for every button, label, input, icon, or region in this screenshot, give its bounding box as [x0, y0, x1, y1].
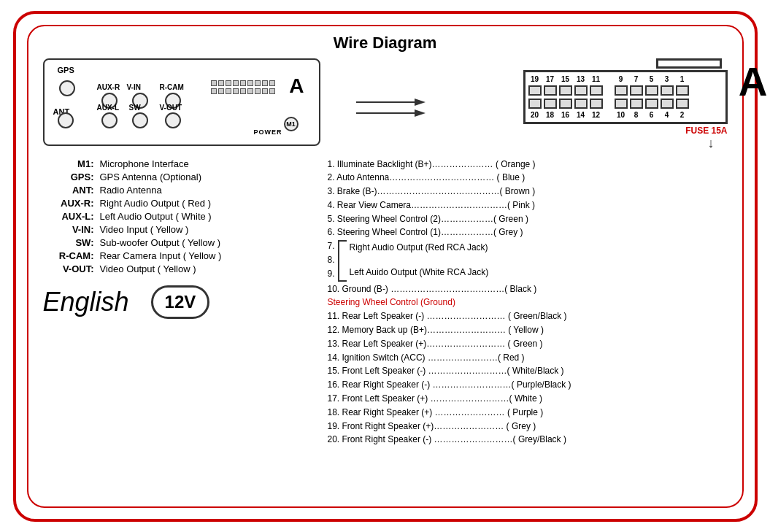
- wire-1: 1. Illuminate Backlight (B+)………………… ( Or…: [328, 158, 728, 171]
- wire-15: 15. Front Left Speaker (-) ………………………( Wh…: [328, 365, 728, 377]
- conn-num-2: 2: [676, 111, 689, 119]
- legend-item-auxl: AUX-L: Left Audio Output ( White ): [43, 211, 320, 222]
- device-box: GPS ANT AUX-R AUX-L V-IN SW R-CAM V-OUT: [43, 58, 320, 146]
- bottom-left: English 12V: [43, 285, 320, 319]
- gps-knob: [59, 80, 75, 96]
- legend-val-rcam: Rear Camera Input ( Yellow ): [100, 250, 222, 261]
- device-connector-block: [211, 80, 275, 94]
- legend-key-vout: V-OUT:: [43, 263, 94, 274]
- legend-key-rcam: R-CAM:: [43, 250, 94, 261]
- wire-4: 4. Rear View Camera……………………………( Pink ): [328, 199, 728, 212]
- conn-num-10: 10: [615, 111, 628, 119]
- legend-val-gps: GPS Antenna (Optional): [100, 171, 201, 182]
- arrow-svg: [356, 80, 444, 124]
- legend-item-sw: SW: Sub-woofer Output ( Yellow ): [43, 237, 320, 248]
- wire-8-label: 8.: [328, 254, 335, 266]
- wire-6: 6. Steering Wheel Control (1)………………( Gre…: [328, 226, 728, 239]
- legend-val-sw: Sub-woofer Output ( Yellow ): [100, 237, 220, 248]
- sw-knob: [132, 112, 148, 128]
- arrow-area: [320, 58, 480, 146]
- english-label: English: [43, 287, 129, 317]
- legend-item-gps: GPS: GPS Antenna (Optional): [43, 171, 320, 182]
- legend-key-sw: SW:: [43, 237, 94, 248]
- legend-key-vin: V-IN:: [43, 224, 94, 235]
- wire-17: 17. Front Left Speaker (+) ………………………( Wh…: [328, 393, 728, 405]
- conn-num-19: 19: [528, 75, 542, 83]
- wire-14: 14. Ignition Switch (ACC) ……………………( Red …: [328, 352, 728, 364]
- right-a-label: A: [739, 58, 768, 105]
- top-section: GPS ANT AUX-R AUX-L V-IN SW R-CAM V-OUT: [43, 58, 728, 151]
- auxl-knob: [101, 112, 118, 128]
- legend-item-vout: V-OUT: Video Output ( Yellow ): [43, 263, 320, 274]
- legend-item-vin: V-IN: Video Input ( Yellow ): [43, 224, 320, 235]
- conn-num-20: 20: [528, 111, 542, 119]
- wire-5: 5. Steering Wheel Control (2)………………( Gre…: [328, 213, 728, 225]
- wire-7-text: Right Audio Output (Red RCA Jack): [350, 242, 489, 254]
- auxl-label: AUX-L: [97, 104, 120, 112]
- conn-num-12: 12: [590, 111, 603, 119]
- volt-badge: 12V: [151, 285, 210, 319]
- legend-val-auxl: Left Audio Output ( White ): [100, 211, 212, 222]
- device-a-label: A: [289, 74, 304, 98]
- conn-num-3: 3: [661, 75, 674, 83]
- legend-key-auxr: AUX-R:: [43, 198, 94, 209]
- auxr-label: AUX-R: [97, 83, 120, 91]
- legend-val-m1: Microphone Interface: [100, 158, 189, 169]
- vout-label: V-OUT: [160, 104, 182, 112]
- wire-bracket-group: 7. 8. 9. Right Audio Output (Red RCA Jac…: [328, 240, 728, 281]
- conn-num-7: 7: [630, 75, 643, 83]
- conn-num-16: 16: [559, 111, 572, 119]
- conn-num-15: 15: [559, 75, 572, 83]
- wire-16: 16. Rear Right Speaker (-) ………………………( Pu…: [328, 379, 728, 391]
- legend-key-auxl: AUX-L:: [43, 211, 94, 222]
- wire-10: 10. Ground (B-) …………………………………( Black ): [328, 283, 728, 296]
- outer-border: Wire Diagram GPS ANT AUX-R AUX-L V-IN SW…: [13, 11, 758, 522]
- conn-num-4: 4: [661, 111, 674, 119]
- wire-bracket: [338, 240, 347, 281]
- wire-ground-note: Steering Wheel Control (Ground): [328, 296, 728, 309]
- legend-val-ant: Radio Antenna: [100, 185, 162, 196]
- wire-9-text: Left Auido Output (White RCA Jack): [350, 266, 489, 279]
- sw-label: SW: [129, 104, 141, 112]
- conn-num-17: 17: [544, 75, 557, 83]
- fuse-label: FUSE 15A: [480, 126, 728, 136]
- wire-13: 13. Rear Left Speaker (+)……………………… ( Gre…: [328, 338, 728, 350]
- wire-list: 1. Illuminate Backlight (B+)………………… ( Or…: [320, 158, 728, 448]
- conn-num-9: 9: [615, 75, 628, 83]
- conn-num-1: 1: [676, 75, 689, 83]
- vin-label: V-IN: [127, 83, 141, 91]
- power-label: POWER: [253, 128, 282, 136]
- svg-marker-3: [415, 109, 426, 117]
- wire-3: 3. Brake (B-)……………………………………( Brown ): [328, 185, 728, 198]
- wire-7-label: 7.: [328, 240, 335, 252]
- wire-19: 19. Front Right Speaker (+)…………………… ( Gr…: [328, 420, 728, 433]
- conn-num-gap2: [605, 111, 612, 119]
- wire-11: 11. Rear Left Speaker (-) ……………………… ( Gr…: [328, 310, 728, 323]
- conn-num-gap1: [605, 75, 612, 83]
- conn-num-8: 8: [630, 111, 643, 119]
- conn-num-13: 13: [574, 75, 588, 83]
- page-title: Wire Diagram: [43, 34, 728, 53]
- m1-circle: M1: [284, 117, 299, 131]
- wire-12: 12. Memory Back up (B+)……………………… ( Yello…: [328, 324, 728, 336]
- conn-num-14: 14: [574, 111, 588, 119]
- fuse-arrow: ↓: [480, 136, 715, 151]
- legend-item-ant: ANT: Radio Antenna: [43, 185, 320, 196]
- legend-val-vin: Video Input ( Yellow ): [100, 224, 189, 235]
- rcam-label: R-CAM: [160, 83, 184, 91]
- connector-diagram: 19 17 15 13 11 9 7 5 3 1: [480, 58, 728, 151]
- inner-border: Wire Diagram GPS ANT AUX-R AUX-L V-IN SW…: [27, 25, 744, 508]
- conn-num-11: 11: [590, 75, 603, 83]
- legend-key-ant: ANT:: [43, 185, 94, 196]
- wire-20: 20. Front Right Speaker (-) ………………………( G…: [328, 433, 728, 446]
- legend-item-m1: M1: Microphone Interface: [43, 158, 320, 169]
- vout-knob: [165, 112, 181, 128]
- legend-key-gps: GPS:: [43, 171, 94, 182]
- conn-num-6: 6: [645, 111, 658, 119]
- wire-9-label: 9.: [328, 268, 335, 280]
- legend-item-auxr: AUX-R: Right Audio Output ( Red ): [43, 198, 320, 209]
- svg-marker-1: [415, 99, 426, 106]
- wire-18: 18. Rear Right Speaker (+) …………………… ( Pu…: [328, 406, 728, 419]
- bottom-section: M1: Microphone Interface GPS: GPS Antenn…: [43, 158, 728, 448]
- legend-panel: M1: Microphone Interface GPS: GPS Antenn…: [43, 158, 320, 448]
